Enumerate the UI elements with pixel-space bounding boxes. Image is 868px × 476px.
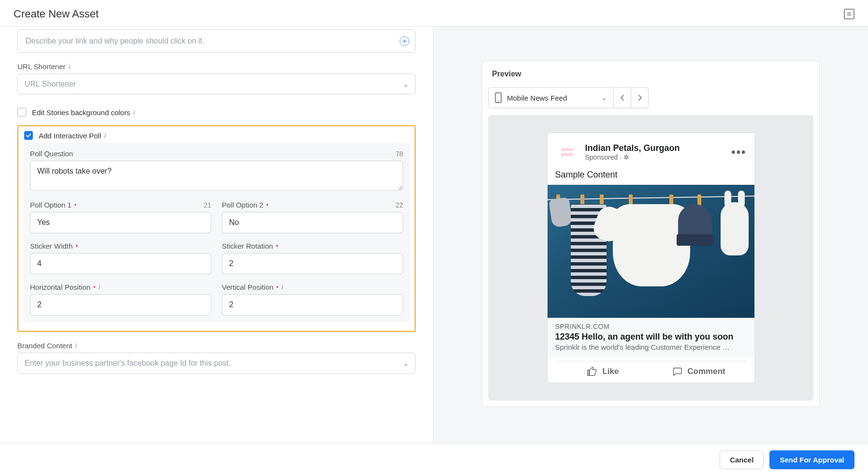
poll-question-label: Poll Question [30,149,73,158]
send-for-approval-button[interactable]: Send For Approval [769,450,854,469]
mobile-icon [494,92,502,103]
sticker-rotation-label: Sticker Rotation [222,242,273,250]
sponsored-label: Sponsored [585,153,618,161]
comment-icon [672,366,682,377]
sticker-width-label: Sticker Width [30,242,72,250]
feed-type-select[interactable]: Mobile News Feed ⌄ [488,87,614,108]
link-domain: SPRINKLR.COM [555,323,747,330]
post-menu-button[interactable]: ••• [731,149,746,155]
comment-button[interactable]: Comment [651,366,747,377]
poll-option1-counter: 21 [203,201,211,209]
url-shortener-select[interactable]: URL Shortener [17,74,416,94]
ad-preview-card: indianpetals Indian Petals, Gurgaon Spon… [547,133,755,383]
info-icon[interactable]: i [281,283,283,291]
link-headline: 12345 Hello, an agent will be with you s… [555,332,747,342]
preview-prev-button[interactable] [614,87,631,108]
add-description-icon[interactable]: + [400,36,409,46]
link-description-input[interactable]: Describe your link and why people should… [17,30,416,53]
edit-stories-label: Edit Stories background colors [32,108,130,117]
like-button[interactable]: Like [555,366,651,377]
add-poll-label: Add Interactive Poll [39,132,101,140]
add-poll-checkbox[interactable] [24,131,33,140]
sticker-rotation-input[interactable] [222,253,403,274]
vertical-position-input[interactable] [222,294,403,315]
link-description: Sprinklr is the world's leading Customer… [555,343,747,351]
url-shortener-label: URL Shortener i [17,62,71,71]
required-indicator: • [276,284,278,291]
branded-content-input[interactable] [17,353,416,374]
info-icon[interactable]: i [75,342,77,350]
feed-type-label: Mobile News Feed [507,94,567,102]
info-icon[interactable]: i [98,283,100,291]
required-indicator: • [276,243,278,250]
poll-question-counter: 78 [395,150,403,158]
page-title: Create New Asset [14,8,99,20]
poll-option2-label: Poll Option 2 [222,201,263,209]
svg-rect-1 [847,14,851,15]
required-indicator: • [93,284,95,291]
horizontal-position-input[interactable] [30,294,211,315]
required-indicator: • [75,243,77,250]
chevron-down-icon: ⌄ [601,93,608,102]
poll-question-input[interactable]: Will robots take over? [30,161,403,191]
globe-icon: ✲ [623,153,629,161]
preview-panel: Preview Mobile News Feed ⌄ [482,60,820,407]
svg-rect-0 [847,13,851,14]
preview-next-button[interactable] [631,87,649,108]
svg-rect-2 [847,15,851,16]
poll-option1-label: Poll Option 1 [30,201,72,209]
branded-content-label: Branded Content [17,342,72,350]
page-name: Indian Petals, Gurgaon [585,143,726,153]
poll-option2-input[interactable] [222,212,403,233]
like-icon [587,366,597,377]
page-avatar: indianpetals [555,140,579,164]
sticker-width-input[interactable] [30,253,211,274]
horizontal-position-label: Horizontal Position [30,283,90,291]
preview-title: Preview [488,70,813,78]
panel-toggle-icon[interactable] [844,9,854,19]
edit-stories-checkbox[interactable] [17,108,26,117]
required-indicator: • [74,202,76,208]
link-description-placeholder: Describe your link and why people should… [26,37,204,45]
required-indicator: • [266,202,268,208]
info-icon[interactable]: i [104,132,106,140]
info-icon[interactable]: i [133,108,135,117]
poll-option2-counter: 22 [395,201,403,209]
info-icon[interactable]: i [69,62,71,71]
poll-option1-input[interactable] [30,212,211,233]
post-body-text: Sample Content [548,168,754,185]
vertical-position-label: Vertical Position [222,283,274,291]
svg-point-4 [498,101,499,102]
cancel-button[interactable]: Cancel [720,450,764,469]
interactive-poll-section: Add Interactive Poll i Poll Question 78 … [17,125,416,332]
post-image [548,185,754,318]
